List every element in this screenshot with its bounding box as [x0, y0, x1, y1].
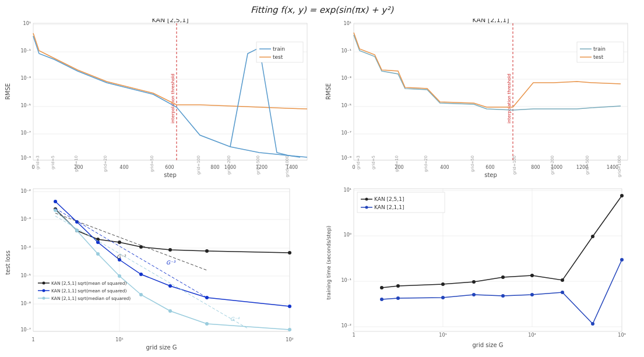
svg-text:grid=5: grid=5	[371, 155, 376, 169]
svg-text:10⁻⁶: 10⁻⁶	[20, 301, 31, 306]
main-container: Fitting f(x, y) = exp(sin(πx) + y²) KAN …	[0, 0, 644, 357]
svg-point-64	[75, 229, 79, 232]
plot-bottom-right: training time (seconds/step) 10¹ 10⁰ 10⁻…	[322, 182, 643, 357]
page-title: Fitting f(x, y) = exp(sin(πx) + y²)	[251, 5, 393, 15]
svg-point-65	[96, 252, 100, 256]
svg-text:10⁻⁵: 10⁻⁵	[341, 103, 351, 108]
threshold-label: interpolation threshold	[170, 73, 175, 123]
grid-label-10: grid=10	[74, 155, 79, 172]
svg-text:10⁻⁹: 10⁻⁹	[341, 155, 351, 161]
grid-label-1000: grid=1000	[285, 155, 290, 177]
plots-grid: KAN [2,5,1] RMSE 10¹ 10⁻¹ 10⁻³ 10⁻⁵ 10⁻⁷…	[2, 16, 643, 351]
svg-text:10¹: 10¹	[343, 21, 351, 26]
svg-point-99	[591, 235, 594, 238]
br-xlabel: grid size G	[472, 342, 503, 348]
legend-train-label: train	[273, 46, 285, 52]
plot-top-right: KAN [2,1,1] RMSE 10¹ 10⁻¹ 10⁻³ 10⁻⁵ 10⁻⁷…	[322, 16, 643, 182]
svg-point-104	[472, 293, 476, 296]
legend-train-tr: train	[593, 46, 606, 52]
br-ylabel: training time (seconds/step)	[326, 225, 332, 299]
svg-point-107	[561, 291, 564, 294]
svg-text:grid=500: grid=500	[585, 155, 590, 175]
plot-top-left: KAN [2,5,1] RMSE 10¹ 10⁻¹ 10⁻³ 10⁻⁵ 10⁻⁷…	[2, 16, 322, 182]
svg-text:grid=20: grid=20	[424, 155, 428, 172]
svg-text:10¹: 10¹	[115, 337, 123, 342]
tick-x600: 600	[165, 165, 174, 170]
tick-y4: 10⁻⁵	[20, 103, 31, 108]
svg-text:10¹: 10¹	[439, 333, 446, 338]
svg-text:800: 800	[531, 165, 540, 170]
legend-br-kan211: KAN [2,1,1]	[374, 204, 404, 210]
dot	[118, 241, 121, 244]
svg-point-66	[118, 274, 121, 278]
top-right-ylabel: RMSE	[325, 83, 332, 100]
svg-text:600: 600	[485, 165, 494, 170]
svg-point-67	[139, 293, 143, 296]
svg-point-74	[42, 289, 45, 292]
svg-point-72	[42, 282, 45, 285]
svg-text:1: 1	[352, 333, 355, 338]
svg-text:grid=3: grid=3	[356, 155, 361, 169]
svg-point-95	[472, 280, 476, 284]
svg-point-60	[168, 284, 172, 288]
svg-point-96	[501, 275, 505, 279]
bl-ylabel: test loss	[5, 250, 11, 275]
svg-text:400: 400	[440, 165, 449, 170]
svg-text:grid=1000: grid=1000	[617, 155, 622, 177]
plot-bottom-left: test loss 10⁻² 10⁻³ 10⁻⁴ 10⁻⁵ 10⁻⁶ 10⁻⁷	[2, 182, 322, 357]
svg-text:1: 1	[31, 337, 34, 342]
tick-x800: 800	[210, 165, 219, 170]
legend-test-label: test	[273, 54, 283, 60]
svg-text:10¹: 10¹	[343, 188, 351, 193]
dot	[205, 249, 209, 253]
grid-label-5: grid=5	[51, 155, 55, 169]
chart-top-right: KAN [2,1,1] RMSE 10¹ 10⁻¹ 10⁻³ 10⁻⁵ 10⁻⁷…	[323, 19, 641, 181]
svg-text:10⁻⁷: 10⁻⁷	[20, 327, 31, 333]
bl-xlabel: grid size G	[146, 344, 177, 351]
svg-point-98	[561, 278, 564, 282]
svg-point-68	[168, 309, 172, 313]
svg-text:grid=50: grid=50	[470, 155, 475, 172]
g-minus-3-label: G⁻³	[166, 260, 176, 266]
legend-kan211-median: KAN [2,1,1] sqrt(median of squared)	[51, 296, 131, 301]
tick-x0: 0	[31, 165, 34, 170]
svg-text:10⁻⁵: 10⁻⁵	[20, 273, 31, 278]
svg-point-62	[288, 305, 291, 308]
svg-point-100	[620, 194, 624, 197]
svg-text:grid=200: grid=200	[550, 155, 555, 175]
svg-point-103	[441, 296, 445, 299]
legend-br-kan251: KAN [2,5,1]	[374, 196, 404, 202]
svg-point-55	[54, 200, 57, 203]
svg-text:10⁻³: 10⁻³	[20, 217, 31, 222]
svg-text:10²: 10²	[528, 333, 536, 338]
svg-text:10⁻²: 10⁻²	[20, 189, 31, 194]
svg-text:10⁻³: 10⁻³	[341, 76, 351, 81]
top-right-title: KAN [2,1,1]	[472, 19, 509, 24]
tick-y6: 10⁻⁹	[20, 155, 31, 161]
svg-point-94	[441, 282, 445, 286]
svg-point-93	[396, 284, 400, 288]
svg-point-113	[365, 206, 368, 209]
chart-bottom-right: training time (seconds/step) 10¹ 10⁰ 10⁻…	[323, 184, 641, 356]
legend-kan211-mean: KAN [2,1,1] sqrt(mean of squared)	[51, 288, 126, 294]
svg-point-108	[591, 322, 594, 326]
svg-point-109	[620, 258, 624, 261]
svg-point-105	[501, 294, 505, 298]
chart-bottom-left: test loss 10⁻² 10⁻³ 10⁻⁴ 10⁻⁵ 10⁻⁶ 10⁻⁷	[3, 184, 321, 356]
svg-text:10⁰: 10⁰	[343, 232, 351, 238]
svg-text:interpolation threshold: interpolation threshold	[506, 73, 512, 123]
tick-y5: 10⁻⁷	[20, 130, 31, 136]
top-right-xlabel: step	[484, 172, 497, 178]
legend-test-tr: test	[593, 54, 604, 60]
svg-point-111	[365, 198, 368, 201]
grid-label-500: grid=500	[256, 155, 261, 175]
chart-top-left: KAN [2,5,1] RMSE 10¹ 10⁻¹ 10⁻³ 10⁻⁵ 10⁻⁷…	[3, 19, 321, 181]
dot	[139, 245, 143, 249]
top-left-ylabel: RMSE	[5, 83, 11, 100]
svg-text:0: 0	[352, 165, 355, 170]
grid-label-3: grid=3	[36, 155, 40, 169]
svg-text:10⁻⁴: 10⁻⁴	[20, 245, 31, 250]
grid-label-100: grid=100	[196, 155, 201, 175]
tick-y2: 10⁻¹	[20, 48, 31, 54]
svg-point-70	[288, 328, 291, 331]
